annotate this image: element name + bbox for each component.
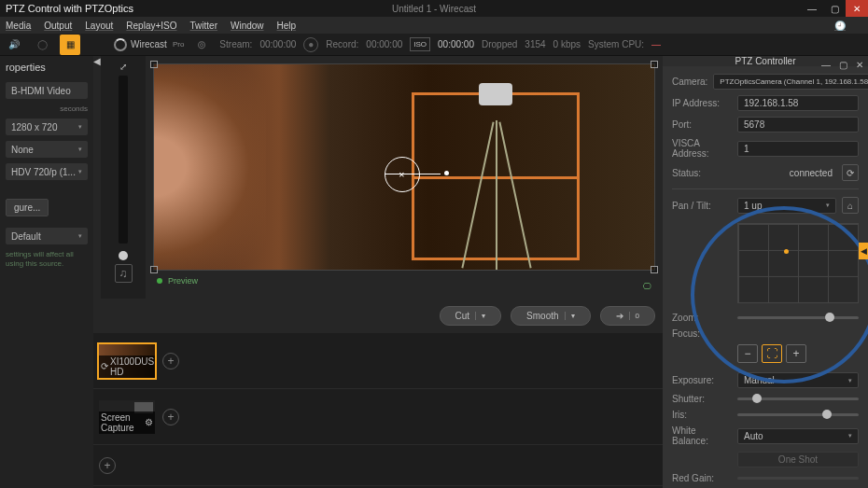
focus-minus-button[interactable]: − <box>737 344 758 363</box>
side-expand-tab[interactable]: ◀ <box>859 243 868 259</box>
pantilt-select[interactable]: 1 up▾ <box>737 198 836 214</box>
redgain-slider <box>737 477 859 480</box>
ip-field[interactable]: 192.168.1.58 <box>737 95 859 111</box>
add-shot-button-1[interactable]: + <box>162 353 179 369</box>
gear-icon: ⚙ <box>145 417 153 427</box>
audio-fader-knob[interactable] <box>119 251 128 260</box>
cpu-value: — <box>651 39 661 49</box>
audio-tab-icon[interactable]: 🔊 <box>4 35 24 55</box>
clock-icon[interactable]: 🕘 <box>834 21 846 31</box>
shutter-slider[interactable] <box>737 397 859 400</box>
logo-icon <box>114 38 127 51</box>
layers-list: ⟳XI100DUSB-HD + Screen Capture⚙ + + + <box>93 333 663 488</box>
pantilt-grid[interactable] <box>737 223 859 303</box>
visca-field[interactable]: 1 <box>737 141 859 157</box>
wb-label: White Balance: <box>672 425 732 446</box>
properties-panel: roperties B-HDMI Video seconds 1280 x 72… <box>0 56 93 488</box>
minimize-button[interactable]: — <box>801 0 823 17</box>
camera-label: Camera: <box>672 77 707 87</box>
record-button[interactable]: ● <box>303 37 318 52</box>
shot-thumbnail-1[interactable]: ⟳XI100DUSB-HD <box>99 344 155 378</box>
collapse-panel-button[interactable]: ◀ <box>93 56 101 299</box>
camera-select[interactable]: PTZOpticsCamera (Channel 1, 192.168.1.58… <box>713 74 868 90</box>
record-time: 00:00:00 <box>366 39 402 49</box>
headphone-icon[interactable]: ♫ <box>115 264 133 283</box>
ptz-controller-panel: PTZ Controller —▢✕ Camera:PTZOpticsCamer… <box>663 56 868 488</box>
status-label: Status: <box>672 168 732 178</box>
hint-text: settings will affect all using this sour… <box>6 250 88 268</box>
zoom-slider[interactable] <box>737 316 859 319</box>
wb-select[interactable]: Auto▾ <box>737 428 859 444</box>
seconds-label: seconds <box>6 105 88 113</box>
close-button[interactable]: ✕ <box>846 0 868 17</box>
record-label: Record: <box>326 39 358 49</box>
menu-output[interactable]: Output <box>44 21 72 31</box>
pantilt-position-dot[interactable] <box>784 249 789 254</box>
wifi-icon[interactable]: ⊚ <box>191 35 212 55</box>
resize-handle-se[interactable] <box>651 266 658 273</box>
go-button[interactable]: ➔0 <box>600 306 655 326</box>
configure-button[interactable]: gure... <box>6 199 49 216</box>
bitrate-value: 0 kbps <box>553 39 581 49</box>
resize-handle-ne[interactable] <box>651 61 658 68</box>
pantilt-label: Pan / Tilt: <box>672 201 732 211</box>
source-name-field[interactable]: B-HDMI Video <box>6 82 88 99</box>
deinterlace-select[interactable]: None▾ <box>6 141 88 158</box>
add-shot-button-2[interactable]: + <box>162 409 179 425</box>
exposure-select[interactable]: Manual▾ <box>737 372 859 388</box>
dropped-label: Dropped <box>482 39 517 49</box>
layer-row-1[interactable]: ⟳XI100DUSB-HD + <box>93 333 663 389</box>
resize-handle-nw[interactable] <box>150 61 158 68</box>
audio-meter[interactable] <box>119 76 128 244</box>
focus-auto-button[interactable]: ⛶ <box>762 344 782 363</box>
iso-time: 00:00:00 <box>438 39 474 49</box>
zoom-label: Zoom: <box>672 313 732 323</box>
focus-plus-button[interactable]: + <box>786 344 806 363</box>
audio-column: ⤢ ♫ <box>101 56 146 299</box>
menu-replay-iso[interactable]: Replay+ISO <box>126 21 176 31</box>
home-button[interactable]: ⌂ <box>842 197 859 214</box>
window-caption: PTZ Control with PTZOptics <box>6 3 133 14</box>
monitor-icon[interactable]: 🖵 <box>643 282 651 291</box>
stream-time: 00:00:00 <box>259 39 296 49</box>
brand-label: WirecastPro <box>114 38 184 51</box>
loop-icon: ⟳ <box>101 361 108 371</box>
oneshot-button: One Shot <box>737 452 859 467</box>
crop-center-handle[interactable]: ✕ <box>385 157 420 192</box>
ptz-panel-title: PTZ Controller <box>735 56 795 66</box>
ip-label: IP Address: <box>672 98 732 108</box>
iso-tag[interactable]: ISO <box>410 37 430 51</box>
port-label: Port: <box>672 119 732 130</box>
menu-twitter[interactable]: Twitter <box>190 21 217 31</box>
layer-row-2[interactable]: Screen Capture⚙ + <box>93 389 663 445</box>
status-toolbar: 🔊 ◯ ▦ WirecastPro ⊚ Stream: 00:00:00 ● R… <box>0 34 868 56</box>
source-tab-icon[interactable]: ▦ <box>60 35 80 55</box>
maximize-button[interactable]: ▢ <box>823 0 846 17</box>
resize-handle-sw[interactable] <box>150 266 158 273</box>
menu-media[interactable]: Media <box>6 21 31 31</box>
add-shot-button-3[interactable]: + <box>99 457 116 474</box>
iris-slider[interactable] <box>737 413 859 416</box>
menu-window[interactable]: Window <box>231 21 264 31</box>
cut-button[interactable]: Cut▾ <box>440 306 502 326</box>
menu-layout[interactable]: Layout <box>85 21 113 31</box>
profile-select[interactable]: Default▾ <box>6 228 88 244</box>
shutter-label: Shutter: <box>672 394 732 404</box>
format-select[interactable]: HDV 720/p (1...▾ <box>6 163 88 180</box>
port-field[interactable]: 5678 <box>737 117 859 132</box>
smooth-button[interactable]: Smooth▾ <box>511 306 590 326</box>
expand-icon[interactable]: ⤢ <box>119 62 127 72</box>
preview-canvas[interactable]: ✕ <box>153 63 655 271</box>
refresh-button[interactable]: ⟳ <box>842 164 859 181</box>
shot-thumbnail-2[interactable]: Screen Capture⚙ <box>99 400 155 434</box>
redgain-label: Red Gain: <box>672 473 732 483</box>
menubar: Media Output Layout Replay+ISO Twitter W… <box>0 17 868 34</box>
resolution-select[interactable]: 1280 x 720▾ <box>6 119 88 135</box>
shot-tab-icon[interactable]: ◯ <box>32 35 52 55</box>
preview-label: Preview <box>168 276 198 286</box>
preview-status-dot <box>157 278 162 284</box>
layer-row-3[interactable]: + <box>93 445 663 486</box>
dropped-value: 3154 <box>525 39 545 49</box>
menu-help[interactable]: Help <box>277 21 297 31</box>
iris-label: Iris: <box>672 410 732 420</box>
